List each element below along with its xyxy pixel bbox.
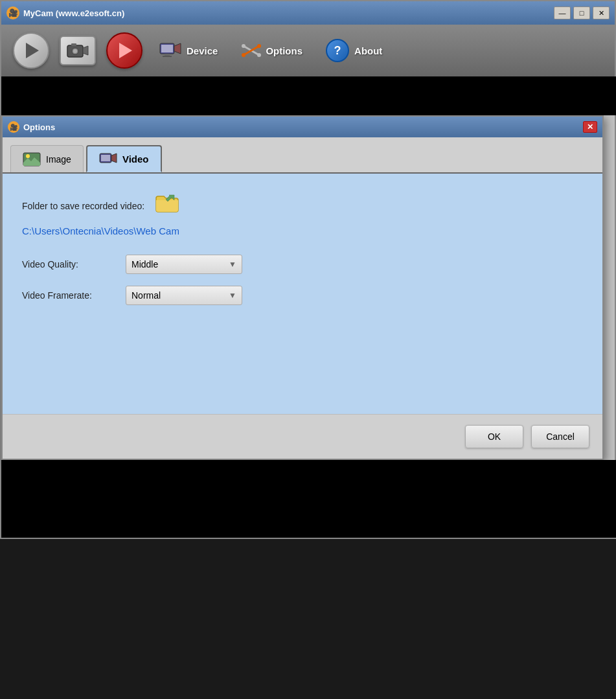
minimize-button[interactable]: — [554,6,571,19]
record-icon [119,43,132,58]
ok-button[interactable]: OK [465,425,523,448]
tabs-container: Image Video [3,137,602,172]
dialog-title-left: 🎥 Options [8,121,55,133]
tab-video[interactable]: Video [86,145,162,172]
about-icon: ? [326,39,349,62]
content-spacer [22,317,583,395]
image-tab-icon [23,152,41,166]
about-button[interactable]: ? About [318,35,390,66]
svg-rect-20 [101,155,110,161]
app-icon: 🎥 [6,6,19,19]
close-button[interactable]: ✕ [593,6,610,19]
options-dialog: 🎥 Options ✕ Image [1,115,604,460]
svg-marker-21 [111,154,117,163]
capture-button[interactable] [58,31,97,70]
about-label: About [354,45,382,56]
svg-marker-9 [174,43,181,54]
video-preview-area [1,76,616,115]
maximize-button[interactable]: □ [573,6,590,19]
svg-rect-3 [71,43,76,46]
options-button[interactable]: Options [233,37,310,64]
play-button[interactable] [12,31,51,70]
device-button[interactable]: Device [152,37,225,64]
app-window: 🎥 MyCam (www.e2esoft.cn) — □ ✕ [0,0,616,539]
video-framerate-label: Video Framerate: [22,290,113,301]
svg-point-14 [242,53,245,57]
device-label: Device [187,45,218,56]
browse-folder-button[interactable] [155,193,179,219]
folder-row: Folder to save recorded video: [22,193,583,219]
title-bar-left: 🎥 MyCam (www.e2esoft.cn) [6,6,124,19]
options-label: Options [266,45,302,56]
video-framerate-row: Video Framerate: Normal ▼ [22,286,583,305]
dialog-title-bar: 🎥 Options ✕ [3,117,602,137]
svg-point-18 [26,154,30,158]
title-bar: 🎥 MyCam (www.e2esoft.cn) — □ ✕ [1,1,615,25]
dialog-footer: OK Cancel [3,414,602,459]
record-button[interactable] [105,31,144,70]
video-quality-label: Video Quality: [22,259,113,269]
record-circle [106,32,143,69]
video-framerate-arrow: ▼ [229,291,236,300]
svg-point-13 [257,53,261,57]
svg-point-12 [242,44,245,48]
device-icon [159,41,183,60]
svg-point-2 [73,49,77,53]
video-quality-select[interactable]: Middle ▼ [126,255,242,274]
cancel-button[interactable]: Cancel [531,425,589,448]
video-framerate-select[interactable]: Normal ▼ [126,286,242,305]
play-icon [26,43,39,58]
video-quality-row: Video Quality: Middle ▼ [22,255,583,274]
toolbar: Device Options ? About [1,25,615,76]
video-quality-value: Middle [131,259,158,269]
video-tab-icon [99,152,117,166]
video-tab-label: Video [122,154,149,165]
video-quality-arrow: ▼ [229,260,236,269]
title-bar-buttons: — □ ✕ [554,6,610,19]
bottom-video-area [1,460,616,538]
svg-marker-4 [83,46,88,55]
video-tab-content: Folder to save recorded video: C:\Users\… [3,172,602,414]
image-tab-label: Image [46,154,71,165]
folder-label: Folder to save recorded video: [22,201,144,211]
svg-rect-6 [161,45,173,52]
svg-rect-7 [165,54,170,56]
camera-icon [60,36,96,65]
tab-image[interactable]: Image [10,145,84,172]
dialog-close-button[interactable]: ✕ [583,121,597,133]
svg-point-15 [257,44,261,48]
svg-rect-8 [163,56,172,57]
play-circle [13,32,49,69]
video-framerate-value: Normal [131,290,161,301]
folder-path[interactable]: C:\Users\Ontecnia\Videos\Web Cam [22,225,583,236]
options-icon [241,41,262,60]
dialog-icon: 🎥 [8,121,19,133]
app-title: MyCam (www.e2esoft.cn) [23,8,124,18]
dialog-title: Options [23,122,55,132]
